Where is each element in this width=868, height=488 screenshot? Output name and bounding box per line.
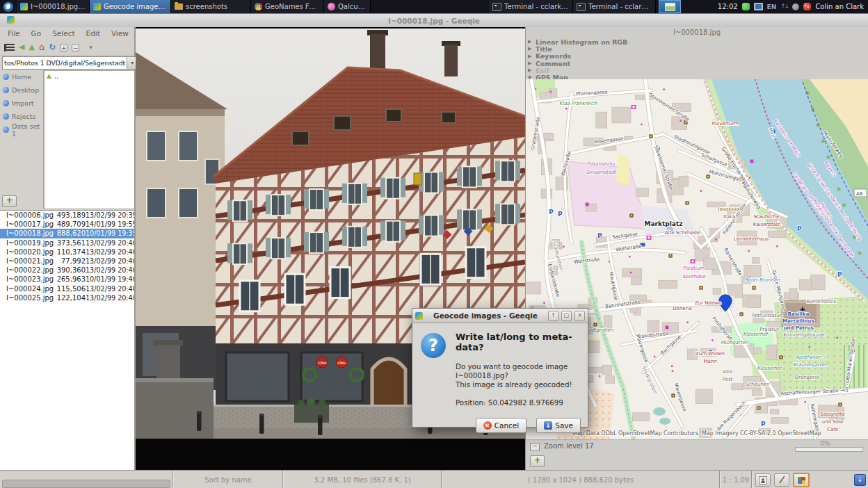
parking-icon: P (597, 232, 602, 239)
map-label: Leinreiterhaus (734, 236, 769, 242)
file-size: 373,561 (56, 239, 86, 247)
map-label: Orangerie (795, 375, 819, 380)
user-name[interactable]: Colin an Clark (815, 3, 864, 10)
toolbar: ◀ ▲ ⌂ ↻ + − ▾ (0, 40, 134, 56)
file-row[interactable]: I~000019.jpg373,56113/02/99 20:40:00 (0, 238, 134, 247)
map-label: Zum Wilden (696, 351, 725, 357)
overlay-info-button[interactable] (755, 473, 771, 487)
map-label: Roter Brunnen (745, 277, 780, 283)
folder-item-up[interactable]: ▲.. (45, 71, 134, 81)
home-button[interactable]: ⌂ (39, 42, 45, 52)
amenity-icon (838, 402, 842, 407)
misc-tray-icon[interactable] (792, 3, 799, 10)
taskbar-window-label: screenshots (186, 3, 227, 10)
file-row[interactable]: I~000020.jpg110,37413/02/99 20:40:00 (0, 247, 134, 257)
taskbar-window-button[interactable]: Terminal - cclark@talltr... (489, 0, 573, 13)
folder-label: .. (54, 72, 58, 80)
path-value[interactable]: tos/Photos 1 DVD/digital/Seligenstadt (3, 59, 127, 67)
path-bar: tos/Photos 1 DVD/digital/Seligenstadt ▾ … (0, 56, 134, 70)
refresh-button[interactable]: ↻ (49, 42, 56, 52)
keyboard-layout-indicator[interactable]: EN (767, 3, 777, 10)
map-label: und Sole (822, 419, 844, 425)
file-row[interactable]: I~000022.jpg390,36013/02/99 20:40:06 (0, 266, 134, 275)
amenity-icon (593, 323, 597, 327)
tile-progress-bar (795, 447, 863, 452)
map-label: Glaabsbräu (587, 161, 616, 167)
file-row[interactable]: I~000023.jpg265,96310/01/99 19:40:46 (0, 275, 134, 284)
bookmark-home[interactable]: Home (0, 70, 43, 83)
notification-tray-icon[interactable] (803, 3, 811, 10)
maximize-button[interactable]: □ (561, 311, 572, 321)
menu-file[interactable]: File (3, 29, 25, 38)
bookmark-data-set-1[interactable]: Data set 1 (0, 123, 43, 136)
collapse-zoom-icon[interactable]: − (530, 443, 540, 451)
file-date: 13/02/99 20:39:56 (86, 211, 134, 219)
file-row[interactable]: I~000025.jpg122,10413/02/99 20:40:08 (0, 293, 134, 302)
up-button[interactable]: ▲ (29, 42, 34, 52)
file-size: 110,374 (56, 248, 86, 256)
section-keywords[interactable]: ▶Keywords (528, 53, 868, 60)
sort-selector[interactable]: Sort by name (174, 471, 284, 488)
zoom-ratio[interactable]: 1 : 1.09 (721, 471, 753, 488)
updates-tray-icon[interactable] (742, 3, 750, 10)
section-linear-histogram-on-rgb[interactable]: ▶Linear Histogram on RGB (528, 38, 868, 45)
map-label: Scheunen (746, 382, 770, 387)
map-label: Basilika (788, 311, 810, 317)
add-bookmark-button[interactable]: + (2, 195, 17, 207)
amenity-icon (649, 134, 653, 138)
tray-app-icon[interactable] (659, 0, 681, 13)
save-button[interactable]: ↓ Save (536, 418, 581, 433)
section-exif[interactable]: ▶Exif (528, 67, 868, 74)
menu-view[interactable]: View (106, 29, 134, 38)
file-row[interactable]: I~000006.jpg493,18913/02/99 20:39:56 (0, 211, 134, 220)
file-row[interactable]: I~000021.jpg77,99213/02/99 20:40:02 (0, 257, 134, 266)
file-date: 13/02/99 20:40:08 (86, 285, 134, 293)
network-traffic-icon[interactable]: ↑↓ (780, 3, 788, 10)
bookmark-icon (3, 87, 9, 93)
file-row[interactable]: I~000017.jpg489,70914/01/99 19:55:42 (0, 220, 134, 229)
add-pane-button[interactable]: + (530, 455, 545, 467)
menu-edit[interactable]: Edit (81, 29, 105, 38)
path-combo[interactable]: tos/Photos 1 DVD/digital/Seligenstadt ▾ (2, 56, 138, 70)
bookmark-import[interactable]: Import (0, 97, 43, 110)
color-management-button[interactable] (793, 473, 810, 487)
back-button[interactable]: ◀ (19, 42, 24, 52)
edit-metadata-button[interactable] (774, 473, 789, 487)
close-button[interactable]: × (574, 311, 585, 321)
taskbar-window-button[interactable]: Qalculate! (324, 0, 371, 13)
section-comment[interactable]: ▶Comment (528, 60, 868, 67)
taskbar-window-button[interactable]: Terminal - cclark@talltr... (573, 0, 656, 13)
bookmark-rejects[interactable]: Rejects (0, 110, 43, 123)
map-label: Bienenstock (807, 299, 837, 304)
dialog-titlebar[interactable]: Geocode images - Geeqie ↑ □ × (412, 309, 588, 323)
chevron-right-icon: ▶ (528, 46, 533, 51)
file-size: 390,360 (56, 266, 86, 274)
display-tray-icon[interactable] (754, 3, 763, 10)
window-titlebar[interactable]: I~000018.jpg - Geeqie (0, 14, 868, 28)
menu-go[interactable]: Go (26, 29, 47, 38)
taskbar-window-button[interactable]: Geocode images - Gee... (90, 0, 171, 13)
zoom-out-button[interactable]: − (72, 44, 79, 51)
zoom-in-button[interactable]: + (60, 44, 67, 51)
taskbar-window-button[interactable]: I~000018.jpg - Geeqie (17, 0, 90, 13)
parking-icon: P (549, 209, 554, 215)
toolbar-overflow-button[interactable]: ▾ (89, 42, 93, 52)
map-label: Alte (723, 369, 732, 375)
section-title[interactable]: ▶Title (528, 45, 868, 52)
file-size: 888,620 (56, 229, 86, 237)
split-pane-button[interactable]: ↓ (854, 474, 866, 486)
chevron-right-icon: ▶ (528, 60, 533, 66)
map-label: Apotheker- / (796, 355, 826, 360)
file-row[interactable]: I~000024.jpg115,50613/02/99 20:40:08 (0, 284, 134, 293)
file-row[interactable]: I~000018.jpg888,62010/01/99 19:39:16 (0, 229, 134, 238)
cancel-button[interactable]: × Cancel (476, 418, 527, 433)
view-list-button[interactable] (4, 44, 15, 51)
app-menu-button[interactable] (0, 0, 17, 13)
bookmark-desktop[interactable]: Desktop (0, 83, 43, 97)
image-info: ( 1280 x 1024 ) 888,620 bytes (442, 471, 721, 488)
menu-select[interactable]: Select (47, 29, 79, 38)
taskbar-window-button[interactable]: GeoNames Fulltextsear... (251, 0, 324, 13)
rollup-button[interactable]: ↑ (548, 311, 558, 321)
taskbar-window-button[interactable]: screenshots (171, 0, 251, 13)
image-overlay-icon (759, 476, 767, 485)
